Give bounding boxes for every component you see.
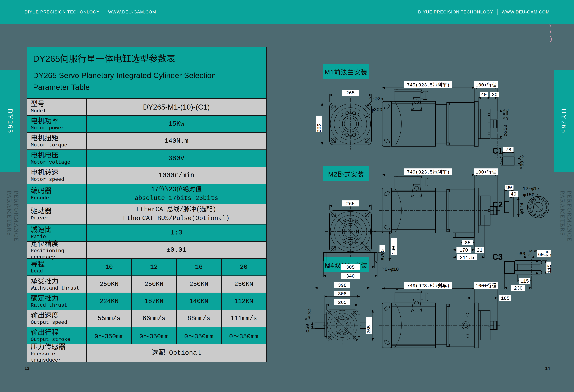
c1-dim-thread: M60*3 — [519, 155, 525, 169]
c2-dim-holes: 12-φ17 — [523, 186, 540, 191]
model-value: DY265-M1-(10)-(C1) — [87, 99, 266, 115]
table-title-zh: DY265伺服行星一体电缸选型参数表 — [33, 51, 266, 64]
c2-dim-bc: φ150 — [523, 192, 534, 198]
table-row-withstand-thrust: 承受推力Withstand thrust 250KN250KN 250KN250… — [27, 275, 266, 293]
m2-dim-85: 85 — [465, 240, 471, 246]
m2-front-view: 265 160 27.5 305 340 6-φ18 — [323, 200, 399, 279]
table-row-driver: 驱动器Driver EtherCAT总线/脉冲(选配)EtherCAT BUS/… — [27, 204, 266, 224]
m4-dim-stroke: 100+行程 — [475, 283, 496, 289]
m4-side-view: 749(923.5带刹车) 100+行程 185 — [379, 282, 511, 348]
m2-dim-width: 265 — [346, 201, 355, 207]
table-row-positioning-accuracy: 定位精度Positioning accuracy ±0.01 — [27, 241, 266, 258]
website-url: WWW.DEU-GAM.COM — [108, 10, 156, 15]
m4-dim-shaft: φ50 0 -0.016 — [304, 308, 311, 333]
svg-text:60: 60 — [538, 252, 544, 257]
svg-text:-0.015: -0.015 — [502, 109, 506, 121]
c2-dim-40: 40 — [511, 192, 516, 197]
c1-dim-78: 78 — [506, 147, 511, 153]
table-row-output-stroke: 输出行程Output stroke 0～350mm0～350mm 0～350mm… — [27, 327, 266, 344]
m1-dim-length: 749(923.5带刹车) — [407, 82, 450, 88]
m2-dim-275: 27.5 — [380, 249, 385, 261]
section-label-c1: C1 — [492, 146, 503, 155]
table-row-output-speed: 输出速度Output speed 55mm/s66mm/s 88mm/s111m… — [27, 310, 266, 327]
right-model-tab: DY265 — [554, 70, 574, 172]
svg-text:-0.016: -0.016 — [308, 308, 311, 320]
c3-dim-115v: 115 — [547, 264, 551, 273]
m2-dim-305: 305 — [346, 265, 355, 270]
table-row-motor-voltage: 电机电压Motor voltage 380V — [27, 149, 266, 167]
m4-dim-length: 749(923.5带刹车) — [407, 283, 450, 289]
c2-detail: 80 40 φ179 12-φ17 φ150 — [500, 185, 551, 220]
c2-dim-80: 80 — [506, 185, 512, 190]
c2-flange-face — [526, 195, 551, 220]
page-number-right: 14 — [545, 366, 550, 371]
table-title-en: DY265 Servo Planetary Integrated Cylinde… — [33, 70, 266, 93]
page-number-left: 13 — [24, 366, 29, 371]
header-divider — [104, 9, 104, 15]
table-row-motor-torque: 电机扭矩Motor torque 140N.m — [27, 132, 266, 149]
m1-dim-30: 30 — [492, 92, 497, 98]
svg-text:0: 0 — [304, 318, 308, 320]
left-watermark: PERFORMANCE PARAMETERS — [6, 191, 20, 267]
header-right: DIYUE PRECISION TECHONLOGY WWW.DEU-GAM.C… — [418, 0, 550, 24]
m2-dim-length: 749(923.5带刹车) — [407, 169, 450, 175]
m2-dim-holes: 6-φ18 — [385, 267, 399, 272]
page-curl-decoration — [545, 24, 554, 43]
m2-dim-21: 21 — [477, 248, 482, 253]
c2-dim-dia: φ179 — [519, 203, 524, 214]
table-row-pressure-transducer: 压力传感器Pressure transducer 选配 Optional — [27, 344, 266, 362]
c3-dim-bore: φ60 +0.021 0 — [517, 250, 540, 257]
company-name: DIYUE PRECISION TECHONLOGY — [24, 10, 100, 15]
m1-dim-width: 265 — [346, 90, 355, 96]
m4-dim-height: 265 — [366, 325, 372, 334]
table-row-encoder: 编码器Encoder 17位\23位绝对值absolute 17bits 23b… — [27, 184, 266, 204]
left-model-tab: DY265 — [0, 70, 20, 172]
technical-drawings: 265 265 4-φ25 φ300 749(923.5带刹车) 100+行程 … — [301, 60, 551, 364]
table-row-motor-speed: 电机转速Motor speed 1000r/min — [27, 167, 266, 184]
svg-text:0: 0 — [528, 254, 530, 257]
c3-dim-115h: 115 — [520, 279, 529, 284]
m2-dim-stroke: 100+行程 — [475, 169, 496, 175]
svg-text:φ60: φ60 — [517, 251, 525, 257]
m1-dim-holes: 4-φ25 — [369, 96, 383, 101]
table-row-lead: 导程Lead 1012 1620 — [27, 258, 266, 275]
m1-dim-flange: φ250 -0.015 -0.061 — [502, 109, 509, 136]
m4-dim-398: 398 — [338, 283, 347, 288]
m4-front-view: 398 308 265 265 φ50 0 -0.016 — [304, 282, 374, 345]
table-row-rated-thrust: 额定推力Rated thrust 224KN187KN 140KN112KN — [27, 293, 266, 310]
parameter-table: DY265伺服行星一体电缸选型参数表 DY265 Servo Planetary… — [27, 47, 266, 362]
section-label-c3: C3 — [492, 252, 503, 261]
c3-detail: φ60 +0.021 0 60 +0.12 +0.07 115 115 230 — [500, 250, 551, 291]
m2-dim-170: 170 — [459, 248, 468, 253]
svg-text:φ50: φ50 — [305, 324, 310, 333]
header-divider — [497, 9, 497, 15]
c3-dim-230: 230 — [514, 286, 523, 291]
m1-front-view: 265 265 4-φ25 φ300 — [316, 90, 383, 150]
right-watermark: PERFORMANCE PARAMETERS — [559, 191, 573, 267]
website-url: WWW.DEU-GAM.COM — [502, 10, 550, 15]
section-label-c2: C2 — [492, 200, 503, 209]
svg-text:+0.07: +0.07 — [544, 254, 551, 257]
svg-text:-0.061: -0.061 — [506, 109, 509, 121]
table-title: DY265伺服行星一体电缸选型参数表 DY265 Servo Planetary… — [27, 47, 266, 98]
svg-text:+0.12: +0.12 — [544, 250, 551, 254]
m2-dim-340: 340 — [346, 274, 355, 279]
m1-dim-bolt-circle: φ300 — [371, 107, 382, 113]
m2-dim-160: 160 — [391, 246, 396, 255]
m1-dim-stroke: 100+行程 — [475, 82, 496, 88]
svg-text:φ250: φ250 — [503, 125, 508, 136]
model-label: DY265 — [6, 108, 14, 134]
header-left: DIYUE PRECISION TECHONLOGY WWW.DEU-GAM.C… — [24, 0, 156, 24]
m1-dim-height: 265 — [317, 124, 322, 132]
m4-dim-308: 308 — [338, 291, 347, 297]
company-name: DIYUE PRECISION TECHONLOGY — [418, 10, 493, 15]
m4-dim-265: 265 — [338, 300, 347, 305]
m4-dim-185: 185 — [501, 296, 510, 301]
table-row-model: 型号Model DY265-M1-(10)-(C1) — [27, 98, 266, 115]
m1-side-view: 749(923.5带刹车) 100+行程 40 30 φ250 -0.015 -… — [379, 81, 509, 158]
table-row-ratio: 减速比Ratio 1:3 — [27, 224, 266, 241]
m2-side-view: 749(923.5带刹车) 100+行程 85 170 21 211.5 C2 … — [379, 168, 503, 261]
m2-dim-2115: 211.5 — [460, 255, 474, 260]
m1-dim-40: 40 — [481, 92, 487, 98]
model-label: DY265 — [560, 108, 568, 134]
